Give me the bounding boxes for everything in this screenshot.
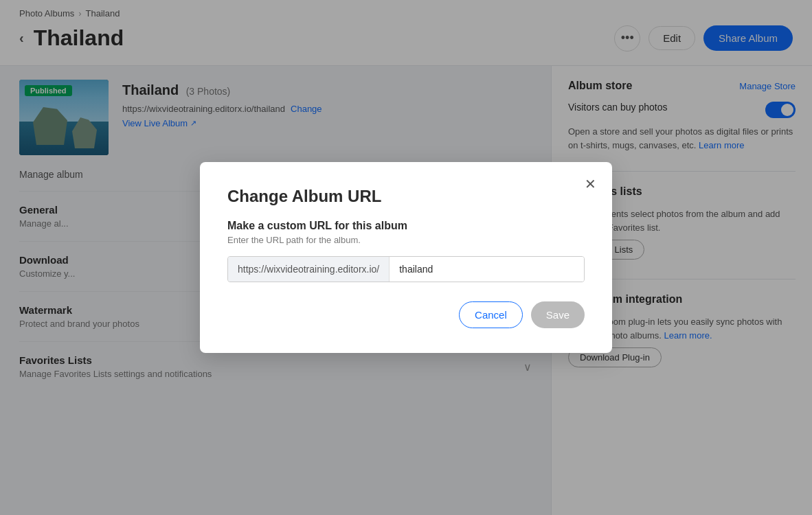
url-base-text: https://wixvideotraining.editorx.io/ xyxy=(228,257,390,282)
save-button[interactable]: Save xyxy=(531,301,585,328)
modal-actions: Cancel Save xyxy=(227,301,585,328)
modal-close-button[interactable]: ✕ xyxy=(579,173,601,195)
change-album-url-modal: ✕ Change Album URL Make a custom URL for… xyxy=(200,162,612,353)
modal-overlay: ✕ Change Album URL Make a custom URL for… xyxy=(0,0,812,515)
url-path-input[interactable] xyxy=(390,257,584,282)
cancel-button[interactable]: Cancel xyxy=(459,301,523,328)
modal-subtitle: Make a custom URL for this album xyxy=(227,220,585,232)
modal-title: Change Album URL xyxy=(227,187,585,206)
modal-hint: Enter the URL path for the album. xyxy=(227,235,585,245)
url-input-row: https://wixvideotraining.editorx.io/ xyxy=(227,256,585,282)
